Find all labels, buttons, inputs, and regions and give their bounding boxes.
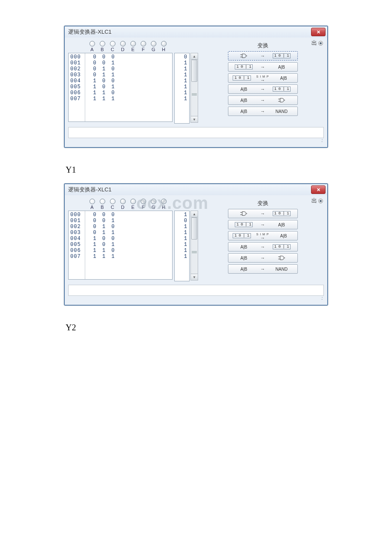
input-row: 0 0 1	[87, 218, 170, 224]
close-button[interactable]: ✕	[311, 185, 326, 194]
input-row: 0 0 1	[87, 60, 170, 66]
scroll-down-icon[interactable]: ▼	[191, 116, 198, 122]
scroll-up-icon[interactable]: ▲	[191, 53, 198, 60]
output-cell[interactable]: 1	[176, 242, 187, 248]
scroll-thumb[interactable]	[191, 60, 197, 82]
column-header[interactable]: C	[107, 41, 118, 52]
close-button[interactable]: ✕	[311, 28, 326, 36]
column-header[interactable]: B	[97, 41, 107, 52]
convert-button[interactable]: →1 0 | 1	[228, 209, 298, 218]
output-led-icon	[318, 199, 323, 203]
convert-button[interactable]: 1 0 | 1→A|B	[228, 220, 298, 229]
output-cell[interactable]: 1	[176, 212, 187, 218]
column-header[interactable]: E	[128, 199, 138, 210]
convert-right-icon: A|B	[272, 234, 294, 238]
output-cell[interactable]: 1	[176, 224, 187, 230]
column-header[interactable]: A	[87, 41, 97, 52]
convert-button[interactable]: 1 0 | 1→A|B	[228, 62, 298, 72]
scroll-thumb[interactable]	[191, 217, 197, 240]
convert-button[interactable]: A|B→1 0 | 1	[228, 84, 298, 94]
output-cell[interactable]: 1	[176, 90, 187, 96]
column-toggle-icon[interactable]	[120, 199, 126, 204]
scroll-down-icon[interactable]: ▼	[191, 274, 198, 280]
convert-left-icon: A|B	[231, 87, 257, 92]
column-header[interactable]: H	[159, 41, 169, 52]
column-header[interactable]: H	[159, 199, 169, 210]
column-header[interactable]: A	[87, 199, 97, 210]
output-cell[interactable]: 1	[176, 60, 187, 66]
column-toggle-icon[interactable]	[130, 199, 136, 204]
convert-button[interactable]: A|B→	[228, 253, 298, 263]
column-toggle-icon[interactable]	[141, 199, 146, 204]
arrow-icon: →	[260, 64, 265, 69]
column-headers: ABCDEFGH	[68, 41, 198, 52]
column-toggle-icon[interactable]	[110, 41, 115, 46]
column-header[interactable]: G	[148, 199, 159, 210]
column-header[interactable]: E	[128, 41, 138, 52]
input-row: 1 0 0	[87, 236, 170, 242]
column-toggle-icon[interactable]	[89, 199, 95, 204]
column-toggle-icon[interactable]	[89, 41, 95, 46]
output-cell[interactable]: 1	[176, 230, 187, 236]
column-header[interactable]: F	[138, 41, 148, 52]
index-cell: 007	[70, 254, 83, 260]
convert-button[interactable]: A|B→NAND	[228, 264, 298, 274]
column-toggle-icon[interactable]	[161, 41, 167, 46]
index-column: 000001002003004005006007	[69, 211, 85, 279]
index-cell: 002	[70, 66, 83, 72]
convert-button[interactable]: 1 0 | 1S I M P→A|B	[228, 73, 298, 83]
column-toggle-icon[interactable]	[151, 199, 156, 204]
expression-field[interactable]	[68, 127, 324, 138]
convert-button[interactable]: A|B→NAND	[228, 107, 298, 116]
truth-table-area: ABCDEFGH000001002003004005006007 0 0 0 0…	[68, 199, 198, 281]
output-cell[interactable]: 0	[176, 54, 187, 60]
column-header[interactable]: F	[138, 199, 148, 210]
column-toggle-icon[interactable]	[110, 199, 115, 204]
column-toggle-icon[interactable]	[120, 41, 126, 46]
column-toggle-icon[interactable]	[151, 41, 156, 46]
output-cell[interactable]: 1	[176, 66, 187, 72]
convert-button[interactable]: 1 0 | 1S I M P→A|B	[228, 231, 298, 240]
input-row: 1 1 1	[87, 96, 170, 102]
column-header[interactable]: G	[148, 41, 159, 52]
column-toggle-icon[interactable]	[100, 41, 105, 46]
output-cell[interactable]: 1	[176, 78, 187, 84]
column-header[interactable]: C	[107, 199, 118, 210]
column-toggle-icon[interactable]	[141, 41, 146, 46]
column-header[interactable]: D	[118, 199, 128, 210]
column-toggle-icon[interactable]	[161, 199, 167, 204]
output-cell[interactable]: 1	[176, 84, 187, 90]
column-toggle-icon[interactable]	[130, 41, 136, 46]
output-cell[interactable]: 1	[176, 248, 187, 254]
output-cell[interactable]: 1	[176, 254, 187, 260]
convert-panel: 变换→1 0 | 11 0 | 1→A|B1 0 | 1S I M P→A|BA…	[202, 199, 324, 281]
expression-field[interactable]	[68, 285, 324, 296]
output-cell[interactable]: 0	[176, 218, 187, 224]
convert-button[interactable]: →1 0 | 1	[228, 51, 298, 61]
column-header[interactable]: D	[118, 41, 128, 52]
output-cell[interactable]: 1	[176, 96, 187, 102]
convert-button[interactable]: A|B→	[228, 95, 298, 105]
window-title: 逻辑变换器-XLC1	[68, 186, 112, 194]
scrollbar[interactable]: ▲▼	[190, 53, 198, 123]
scroll-up-icon[interactable]: ▲	[191, 211, 198, 217]
convert-button[interactable]: A|B→1 0 | 1	[228, 242, 298, 251]
index-cell: 002	[70, 224, 83, 230]
scroll-track[interactable]	[191, 60, 198, 116]
output-cell[interactable]: 1	[176, 236, 187, 242]
client-area: 出ABCDEFGH000001002003004005006007 0 0 0 …	[65, 195, 327, 305]
column-toggle-icon[interactable]	[100, 199, 105, 204]
input-row: 0 0 0	[87, 54, 170, 60]
scroll-track[interactable]	[191, 217, 198, 274]
arrow-icon: S I M P→	[257, 232, 269, 240]
resize-grip-icon[interactable]: .::	[68, 296, 324, 301]
input-row: 1 0 0	[87, 78, 170, 84]
convert-right-icon: 1 0 | 1	[268, 211, 295, 216]
close-icon: ✕	[317, 29, 320, 35]
resize-grip-icon[interactable]: .::	[68, 138, 324, 144]
output-cell[interactable]: 1	[176, 72, 187, 78]
close-icon: ✕	[317, 187, 320, 193]
column-header[interactable]: B	[97, 199, 107, 210]
convert-left-icon: 1 0 | 1	[231, 64, 257, 69]
scrollbar[interactable]: ▲▼	[190, 211, 198, 280]
